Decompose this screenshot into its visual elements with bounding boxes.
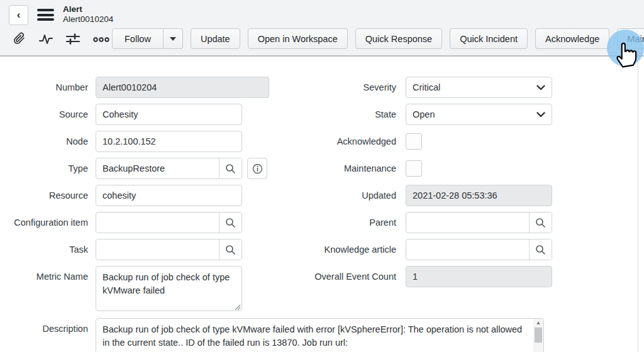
- update-button[interactable]: Update: [191, 28, 240, 49]
- header-bar: ‹ Alert Alert0010204 Follow: [0, 0, 644, 57]
- chevron-down-icon: [536, 112, 545, 118]
- search-icon: [225, 163, 236, 174]
- knowledge-article-input[interactable]: [406, 239, 529, 260]
- task-label: Task: [0, 239, 88, 260]
- severity-value: Critical: [413, 82, 440, 92]
- paperclip-icon[interactable]: [12, 31, 27, 47]
- open-in-workspace-button[interactable]: Open in Workspace: [248, 28, 348, 49]
- knowledge-article-reference-field: [406, 239, 552, 260]
- node-input[interactable]: [96, 131, 242, 152]
- hamburger-menu-icon[interactable]: [37, 9, 54, 23]
- parent-input[interactable]: [406, 212, 529, 233]
- updated-input: [406, 185, 552, 206]
- severity-label: Severity: [264, 77, 396, 98]
- back-button[interactable]: ‹: [9, 5, 28, 25]
- source-input[interactable]: [96, 104, 242, 125]
- knowledge-article-search-button[interactable]: [529, 239, 552, 260]
- follow-split-button: Follow: [112, 28, 183, 49]
- task-search-button[interactable]: [219, 239, 242, 260]
- number-label: Number: [0, 77, 88, 98]
- overall-event-count-label: Overall Event Count: [264, 266, 396, 287]
- maintenance-button[interactable]: Maintenance: [617, 28, 644, 49]
- parent-reference-field: [406, 212, 552, 233]
- scrollbar-thumb[interactable]: [535, 327, 542, 343]
- description-textarea[interactable]: Backup run of job check of type kVMware …: [96, 318, 544, 352]
- alert-form: Number Source Node Type Resource Configu…: [0, 58, 644, 352]
- state-value: Open: [413, 109, 435, 119]
- maintenance-checkbox[interactable]: [406, 160, 422, 177]
- form-right-divider: [638, 58, 638, 352]
- chevron-down-icon: [536, 85, 545, 91]
- caret-down-icon: [170, 37, 176, 41]
- type-label: Type: [0, 158, 88, 179]
- quick-incident-button[interactable]: Quick Incident: [450, 28, 528, 49]
- source-label: Source: [0, 104, 88, 125]
- type-reference-field: [96, 158, 242, 179]
- parent-search-button[interactable]: [529, 212, 552, 233]
- scroll-up-icon[interactable]: ▲: [536, 319, 541, 327]
- record-number: Alert0010204: [63, 14, 113, 25]
- configuration-item-search-button[interactable]: [219, 212, 242, 233]
- quick-response-button[interactable]: Quick Response: [355, 28, 442, 49]
- description-scrollbar[interactable]: ▲ ▼: [533, 319, 543, 352]
- updated-label: Updated: [264, 185, 396, 206]
- configuration-item-reference-field: [96, 212, 242, 233]
- search-icon: [225, 217, 236, 228]
- resource-label: Resource: [0, 185, 88, 206]
- acknowledge-button[interactable]: Acknowledge: [535, 28, 609, 49]
- acknowledged-label: Acknowledged: [264, 133, 396, 150]
- metric-name-label: Metric Name: [0, 266, 88, 287]
- activity-pulse-icon[interactable]: [38, 31, 54, 47]
- follow-button[interactable]: Follow: [112, 28, 164, 49]
- maintenance-label: Maintenance: [264, 160, 396, 177]
- type-input[interactable]: [96, 158, 219, 179]
- info-icon: [252, 163, 263, 174]
- search-icon: [535, 217, 546, 228]
- page-title: Alert: [63, 4, 113, 14]
- description-label: Description: [0, 318, 88, 339]
- more-options-icon[interactable]: [92, 31, 111, 47]
- knowledge-article-label: Knowledge article: [264, 239, 396, 260]
- back-chevron-icon: ‹: [17, 9, 21, 21]
- resize-handle-icon[interactable]: [235, 304, 241, 311]
- parent-label: Parent: [264, 212, 396, 233]
- page-title-block: Alert Alert0010204: [63, 4, 113, 25]
- search-icon: [535, 245, 546, 255]
- filter-sliders-icon[interactable]: [65, 31, 81, 47]
- follow-dropdown-button[interactable]: [164, 28, 183, 49]
- task-reference-field: [96, 239, 242, 260]
- configuration-item-label: Configuration item: [0, 212, 88, 233]
- configuration-item-input[interactable]: [96, 212, 219, 233]
- resource-input[interactable]: [96, 185, 242, 206]
- state-select[interactable]: Open: [406, 104, 552, 125]
- type-search-button[interactable]: [219, 158, 242, 179]
- acknowledged-checkbox[interactable]: [406, 133, 422, 150]
- action-button-row: Follow Update Open in Workspace Quick Re…: [112, 28, 644, 49]
- severity-select[interactable]: Critical: [406, 77, 552, 98]
- metric-name-textarea[interactable]: Backup run of job check of type kVMware …: [96, 266, 242, 311]
- search-icon: [225, 245, 236, 255]
- number-input: [96, 77, 269, 98]
- overall-event-count-input: [406, 266, 552, 287]
- state-label: State: [264, 104, 396, 125]
- task-input[interactable]: [96, 239, 219, 260]
- node-label: Node: [0, 131, 88, 152]
